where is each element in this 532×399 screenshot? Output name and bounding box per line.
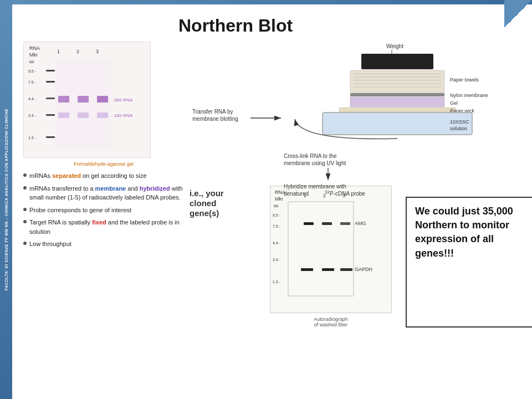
svg-rect-13: [46, 98, 55, 99]
svg-text:P-cDNA probe: P-cDNA probe: [330, 191, 365, 197]
svg-rect-30: [361, 54, 433, 69]
bullet-list: mRNAs separated on gel according to size…: [23, 171, 184, 249]
svg-text:Transfer RNA by: Transfer RNA by: [192, 109, 233, 115]
callout-box: We could just 35,000 Northern to monitor…: [406, 197, 532, 328]
sidebar: FACOLTA' DI SCIENZE FF MM NN – CHIMICA A…: [0, 0, 12, 399]
ie-label-container: i.e., your cloned gene(s): [190, 186, 245, 328]
svg-text:Mkr: Mkr: [29, 52, 38, 58]
svg-text:Nylon membrane: Nylon membrane: [450, 93, 488, 98]
bullet-text-2: mRNAs transferred to a membrane and hybr…: [29, 184, 184, 202]
svg-text:membrane using UV light: membrane using UV light: [284, 160, 346, 166]
svg-rect-44: [339, 108, 456, 112]
bullet-text-5: Low throughput: [29, 239, 71, 249]
svg-rect-11: [46, 70, 55, 71]
left-column: RNA Mkr 1 2 3 kb 9.5 - 7.5 - 4.4 - 2.4 -…: [23, 42, 184, 386]
autorad-label: Autoradiographof washed filter: [270, 316, 392, 328]
svg-text:1.3 -: 1.3 -: [28, 136, 37, 140]
gel-svg: RNA Mkr 1 2 3 kb 9.5 - 7.5 - 4.4 - 2.4 -…: [23, 42, 151, 158]
highlight-separated: separated: [52, 172, 81, 179]
svg-text:denatured: denatured: [284, 191, 309, 197]
svg-text:- 18S RNA: - 18S RNA: [111, 113, 133, 118]
page-title: Northern Blot: [178, 16, 521, 36]
autorad-svg: RNA Mkr 1 2 3 kb 9.5 - 7.5 - 4.4 - 2.4 -…: [270, 186, 392, 313]
bullet-probe: Probe corresponds to gene of interest: [23, 206, 184, 215]
highlight-hybridized: hybridized: [140, 185, 170, 192]
svg-text:10XSSC: 10XSSC: [450, 119, 469, 125]
svg-text:Cross-link RNA to the: Cross-link RNA to the: [284, 153, 337, 159]
svg-rect-14: [46, 114, 55, 116]
highlight-membrane: membrane: [95, 185, 126, 192]
svg-rect-74: [340, 268, 352, 271]
bullet-text-1: mRNAs separated on gel according to size: [29, 171, 147, 181]
top-bar: [12, 0, 532, 4]
svg-text:Hybridize membrane with: Hybridize membrane with: [284, 183, 346, 190]
bullet-dot-3: [23, 208, 27, 211]
bullet-mrnas-separated: mRNAs separated on gel according to size: [23, 171, 184, 181]
svg-rect-76: [288, 202, 354, 296]
bullet-low-throughput: Low throughput: [23, 239, 184, 249]
svg-text:2.4 -: 2.4 -: [273, 258, 281, 262]
bullet-dot-5: [23, 242, 27, 245]
svg-text:4.4 -: 4.4 -: [28, 97, 37, 101]
svg-text:membrane blotting: membrane blotting: [192, 116, 238, 122]
svg-text:Gel: Gel: [450, 100, 458, 106]
bullet-mrnas-transferred: mRNAs transferred to a membrane and hybr…: [23, 184, 184, 202]
svg-rect-68: [304, 222, 314, 225]
diagram-bottom: i.e., your cloned gene(s) RNA Mkr 1 2 3 …: [190, 186, 532, 328]
svg-text:3: 3: [96, 49, 99, 54]
diagram-top: Transfer RNA by membrane blotting: [190, 42, 532, 202]
bullet-dot-4: [23, 220, 27, 223]
bullet-text-3: Probe corresponds to gene of interest: [29, 206, 131, 215]
svg-text:kb: kb: [274, 203, 279, 208]
svg-rect-42: [350, 97, 444, 107]
bullet-target-rna: Target RNA is spatially fixed and the la…: [23, 218, 184, 236]
svg-text:Paper towels: Paper towels: [450, 77, 479, 83]
svg-rect-15: [46, 136, 55, 138]
bullet-dot-2: [23, 186, 27, 190]
svg-text:RNA: RNA: [29, 45, 40, 51]
svg-text:2.4 -: 2.4 -: [28, 114, 37, 117]
svg-text:kb: kb: [29, 59, 34, 64]
svg-rect-12: [46, 81, 55, 83]
bullet-dot-1: [23, 173, 27, 177]
svg-text:7.5 -: 7.5 -: [28, 80, 37, 84]
right-column: Transfer RNA by membrane blotting: [190, 42, 532, 386]
svg-rect-69: [322, 222, 332, 225]
blotting-diagram-svg: Transfer RNA by membrane blotting: [190, 42, 532, 202]
svg-text:Weight: Weight: [386, 43, 403, 49]
svg-text:2: 2: [76, 49, 79, 54]
content-area: RNA Mkr 1 2 3 kb 9.5 - 7.5 - 4.4 - 2.4 -…: [23, 42, 521, 386]
svg-text:AMG: AMG: [355, 221, 366, 226]
bullet-text-4: Target RNA is spatially fixed and the la…: [29, 218, 184, 236]
svg-rect-73: [322, 268, 334, 271]
svg-text:1.3 -: 1.3 -: [273, 280, 281, 284]
svg-text:1: 1: [57, 49, 60, 54]
svg-rect-24: [55, 59, 111, 150]
svg-rect-70: [340, 222, 350, 225]
svg-text:- 28S RNA: - 28S RNA: [111, 98, 133, 103]
main-content: Northern Blot RNA Mkr 1 2 3 kb 9.5 - 7.5…: [12, 4, 532, 399]
gel-image: RNA Mkr 1 2 3 kb 9.5 - 7.5 - 4.4 - 2.4 -…: [23, 42, 184, 167]
svg-rect-72: [301, 268, 313, 271]
callout-text: We could just 35,000 Northern to monitor…: [415, 206, 513, 259]
svg-text:GAPDH: GAPDH: [355, 267, 372, 272]
svg-rect-40: [350, 93, 444, 96]
svg-text:7.5 -: 7.5 -: [273, 224, 281, 228]
svg-text:solution: solution: [450, 126, 467, 131]
svg-text:9.5 -: 9.5 -: [273, 213, 281, 217]
highlight-fixed: fixed: [92, 219, 106, 226]
svg-text:4.4 -: 4.4 -: [273, 241, 281, 245]
autorad-container: RNA Mkr 1 2 3 kb 9.5 - 7.5 - 4.4 - 2.4 -…: [270, 186, 392, 328]
svg-text:9.5 -: 9.5 -: [28, 69, 37, 73]
sidebar-text: FACOLTA' DI SCIENZE FF MM NN – CHIMICA A…: [4, 109, 8, 290]
gel-label: Formaldehyde-agarose gel: [23, 161, 184, 167]
corner-accent: [504, 0, 532, 28]
